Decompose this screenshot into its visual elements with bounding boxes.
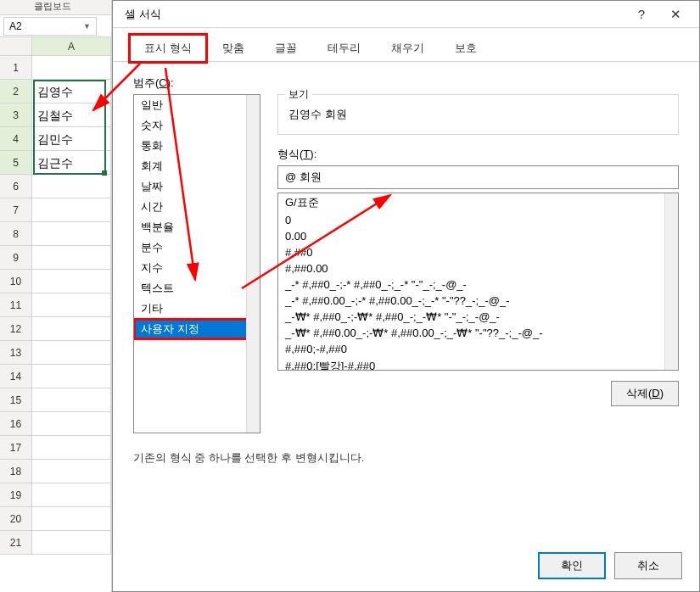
preview-box: 보기 김영수 회원 — [277, 94, 679, 135]
row-header-11[interactable]: 11 — [0, 293, 32, 317]
row-header-2[interactable]: 2 — [0, 80, 32, 103]
row-header-9[interactable]: 9 — [0, 246, 32, 270]
tab-alignment[interactable]: 맞춤 — [208, 35, 259, 61]
cell-a10[interactable] — [32, 270, 111, 293]
preview-label: 보기 — [285, 87, 312, 102]
category-number[interactable]: 숫자 — [134, 115, 260, 136]
cell-a14[interactable] — [32, 365, 111, 388]
category-special[interactable]: 기타 — [134, 299, 260, 319]
description-text: 기존의 형식 중 하나를 선택한 후 변형시킵니다. — [133, 450, 679, 466]
close-button[interactable]: ✕ — [658, 2, 692, 27]
row-header-13[interactable]: 13 — [0, 341, 32, 365]
row-header-3[interactable]: 3 — [0, 103, 32, 127]
format-item[interactable]: #,##0;[빨강]-#,##0 — [278, 357, 678, 371]
format-item[interactable]: _-* #,##0_-;-* #,##0_-;_-* "-"_-;_-@_- — [278, 276, 678, 293]
cell-a9[interactable] — [32, 246, 111, 270]
row-header-7[interactable]: 7 — [0, 198, 32, 222]
format-list[interactable]: G/표준 0 0.00 #,##0 #,##0.00 _-* #,##0_-;-… — [277, 193, 679, 371]
category-label: 범주(C): — [133, 75, 679, 91]
column-header-a[interactable]: A — [32, 37, 111, 56]
category-general[interactable]: 일반 — [134, 95, 260, 115]
chevron-down-icon[interactable]: ▼ — [83, 22, 91, 31]
cancel-button[interactable]: 취소 — [614, 552, 682, 579]
category-currency[interactable]: 통화 — [134, 136, 260, 156]
category-custom[interactable]: 사용자 지정 — [134, 319, 260, 339]
category-date[interactable]: 날짜 — [134, 176, 260, 197]
cell-a7[interactable] — [32, 198, 111, 222]
format-item[interactable]: _-* #,##0.00_-;-* #,##0.00_-;_-* "-"??_-… — [278, 293, 678, 309]
row-header-15[interactable]: 15 — [0, 388, 32, 412]
cell-a16[interactable] — [32, 412, 111, 436]
cell-a3[interactable]: 김철수 — [32, 103, 111, 127]
row-header-21[interactable]: 21 — [0, 531, 32, 555]
format-item[interactable]: 0.00 — [278, 228, 678, 244]
format-item[interactable]: #,##0;-#,##0 — [278, 341, 678, 357]
spreadsheet-area: 클립보드 A2 ▼ A 1 2김영수 3김철수 4김민수 5김근수 6 7 8 … — [0, 0, 112, 592]
cell-a4[interactable]: 김민수 — [32, 127, 111, 151]
row-header-4[interactable]: 4 — [0, 127, 32, 151]
cell-a5[interactable]: 김근수 — [32, 151, 111, 175]
tab-fill[interactable]: 채우기 — [377, 35, 439, 61]
cell-a11[interactable] — [32, 293, 111, 317]
format-input[interactable] — [278, 166, 678, 187]
cell-a18[interactable] — [32, 460, 111, 483]
format-item[interactable]: #,##0 — [278, 244, 678, 260]
row-header-16[interactable]: 16 — [0, 412, 32, 436]
row-header-8[interactable]: 8 — [0, 222, 32, 246]
row-header-20[interactable]: 20 — [0, 507, 32, 531]
category-scrollbar[interactable] — [246, 95, 260, 433]
row-header-14[interactable]: 14 — [0, 365, 32, 388]
row-header-1[interactable]: 1 — [0, 56, 32, 80]
tab-font[interactable]: 글꼴 — [260, 35, 311, 61]
format-item[interactable]: G/표준 — [278, 193, 678, 212]
cell-a8[interactable] — [32, 222, 111, 246]
format-item[interactable]: _-₩* #,##0_-;-₩* #,##0_-;_-₩* "-"_-;_-@_… — [278, 309, 678, 325]
cell-a17[interactable] — [32, 436, 111, 460]
format-cells-dialog: 셀 서식 ? ✕ 표시 형식 맞춤 글꼴 테두리 채우기 보호 범주(C): 일… — [112, 0, 700, 592]
tabs: 표시 형식 맞춤 글꼴 테두리 채우기 보호 — [113, 28, 699, 62]
select-all-button[interactable] — [0, 37, 32, 56]
format-list-scrollbar[interactable] — [664, 193, 678, 370]
cell-a6[interactable] — [32, 175, 111, 198]
category-time[interactable]: 시간 — [134, 197, 260, 217]
name-box-area: A2 ▼ — [0, 15, 111, 37]
category-list[interactable]: 일반 숫자 통화 회계 날짜 시간 백분율 분수 지수 텍스트 기타 사용자 지… — [133, 94, 260, 433]
category-fraction[interactable]: 분수 — [134, 237, 260, 258]
cell-a12[interactable] — [32, 317, 111, 341]
format-item[interactable]: #,##0.00 — [278, 260, 678, 276]
tab-number-format[interactable]: 표시 형식 — [130, 35, 206, 62]
help-button[interactable]: ? — [624, 2, 658, 27]
format-item[interactable]: 0 — [278, 212, 678, 228]
cell-a20[interactable] — [32, 507, 111, 531]
row-header-17[interactable]: 17 — [0, 436, 32, 460]
cell-a21[interactable] — [32, 531, 111, 555]
cell-a15[interactable] — [32, 388, 111, 412]
row-header-19[interactable]: 19 — [0, 483, 32, 507]
tab-border[interactable]: 테두리 — [313, 35, 375, 61]
ok-button[interactable]: 확인 — [538, 552, 606, 579]
dialog-titlebar: 셀 서식 ? ✕ — [113, 1, 699, 28]
dialog-buttons: 확인 취소 — [538, 552, 682, 579]
row-header-6[interactable]: 6 — [0, 175, 32, 198]
row-header-5[interactable]: 5 — [0, 151, 32, 175]
cell-a1[interactable] — [32, 56, 111, 80]
dialog-title: 셀 서식 — [120, 7, 624, 22]
row-header-18[interactable]: 18 — [0, 460, 32, 483]
delete-button[interactable]: 삭제(D) — [611, 381, 679, 406]
row-header-10[interactable]: 10 — [0, 270, 32, 293]
grid-header: A — [0, 37, 111, 56]
cell-a13[interactable] — [32, 341, 111, 365]
category-percentage[interactable]: 백분율 — [134, 217, 260, 237]
format-input-wrapper — [277, 165, 679, 189]
cell-a2[interactable]: 김영수 — [32, 80, 111, 103]
category-accounting[interactable]: 회계 — [134, 156, 260, 176]
tab-protection[interactable]: 보호 — [440, 35, 491, 61]
category-text[interactable]: 텍스트 — [134, 278, 260, 299]
format-item[interactable]: _-₩* #,##0.00_-;-₩* #,##0.00_-;_-₩* "-"?… — [278, 325, 678, 341]
name-box[interactable]: A2 ▼ — [3, 17, 97, 36]
cell-a19[interactable] — [32, 483, 111, 507]
category-scientific[interactable]: 지수 — [134, 258, 260, 278]
format-label: 형식(T): — [277, 147, 679, 162]
name-box-value: A2 — [9, 20, 22, 32]
row-header-12[interactable]: 12 — [0, 317, 32, 341]
